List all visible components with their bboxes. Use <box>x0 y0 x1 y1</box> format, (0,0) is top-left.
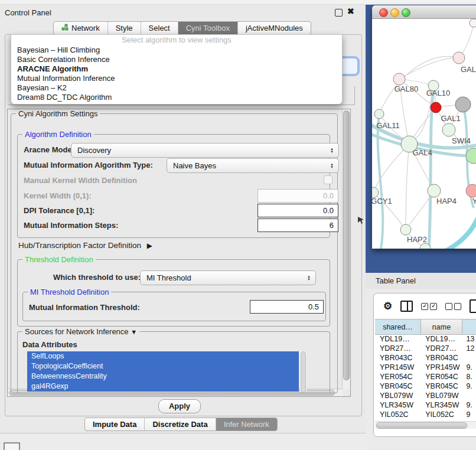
close-window-icon[interactable] <box>379 8 388 17</box>
float-panel-icon[interactable] <box>335 9 343 17</box>
column-header-partial[interactable] <box>462 319 476 334</box>
sources-expanded-arrow-icon[interactable]: ▼ <box>131 328 137 335</box>
group-title: Sources for Network Inference ▼ <box>22 327 139 337</box>
columns-icon[interactable] <box>400 301 413 312</box>
network-node[interactable] <box>453 52 465 64</box>
mi-steps-input[interactable]: 6 <box>257 219 338 232</box>
mi-threshold-input[interactable]: 0.5 <box>250 300 324 314</box>
list-item[interactable]: TopologicalCoefficient <box>27 361 299 371</box>
combo-stepper-icon: ▲▼ <box>304 275 315 281</box>
select-all-checkboxes-icon[interactable]: ✓ ✓ <box>421 303 437 310</box>
zoom-window-icon[interactable] <box>402 8 410 17</box>
table-row[interactable]: YLR345WYLR345W9. <box>375 400 476 410</box>
group-title: Cyni Algorithm Settings <box>16 109 100 118</box>
hidden-groupbox-edge-vertical <box>354 86 355 105</box>
screen: { "window": { "title": "Control Panel" }… <box>0 0 476 450</box>
dpi-tolerance-input[interactable]: 0.0 <box>257 204 338 217</box>
manual-kernel-width-checkbox[interactable] <box>324 175 332 184</box>
table-panel-titlebar: Table Panel <box>366 273 476 289</box>
close-panel-icon[interactable]: ✖ <box>347 6 354 16</box>
document-icon[interactable] <box>470 299 476 313</box>
kernel-width-input[interactable]: 0.0 <box>257 189 338 203</box>
hidden-groupbox-edge <box>8 105 354 105</box>
node-label: GAL <box>461 65 476 74</box>
tab-discretize-data[interactable]: Discretize Data <box>145 418 216 431</box>
aracne-mode-combobox[interactable]: Discovery ▲▼ <box>71 143 339 158</box>
which-threshold-combobox[interactable]: MI Threshold ▲▼ <box>140 270 316 285</box>
tab-select[interactable]: Select <box>141 22 178 34</box>
table-row[interactable]: YBR043CYBR043C <box>375 353 476 363</box>
node-label: GAL1 <box>441 114 460 123</box>
network-node[interactable] <box>470 19 476 27</box>
algorithm-option-selected[interactable]: ARACNE Algorithm <box>11 64 342 74</box>
mi-threshold-label: Mutual Information Threshold: <box>29 303 140 312</box>
dropdown-prompt: Select algorithm to view settings <box>11 35 342 45</box>
table-row[interactable]: YPR145WYPR145W9. <box>375 363 476 372</box>
data-attributes-list: SelfLoops TopologicalCoefficient Between… <box>27 351 299 392</box>
table-row[interactable]: YDL19…YDL19…13 <box>375 334 476 344</box>
table-horizontal-scrollbar[interactable] <box>375 421 476 429</box>
column-header-name[interactable]: name <box>421 319 462 334</box>
tab-style[interactable]: Style <box>108 22 141 34</box>
tab-cyni-toolbox[interactable]: Cyni Toolbox <box>178 22 238 34</box>
kernel-width-label: Kernel Width (0,1): <box>24 191 92 200</box>
group-title: Threshold Definition <box>22 255 96 264</box>
mi-algorithm-type-combobox[interactable]: Naive Bayes ▲▼ <box>167 158 339 173</box>
algorithm-option[interactable]: Bayesian – Hill Climbing <box>11 45 342 55</box>
minimize-window-icon[interactable] <box>390 8 399 17</box>
network-canvas[interactable]: GAL GAL80 GAL10 GAL11 GAL1 SWI4 GAL4 GCY… <box>372 19 476 249</box>
network-node-pink[interactable] <box>466 184 476 197</box>
node-label: GAL11 <box>376 121 400 130</box>
column-header-shared[interactable]: shared… <box>375 319 421 334</box>
network-node-gray[interactable] <box>455 97 471 112</box>
mouse-cursor-icon <box>358 217 364 227</box>
combo-stepper-icon: ▲▼ <box>327 148 338 154</box>
table-row[interactable]: YBL079WYBL079W <box>375 391 476 400</box>
screen-top-strip <box>0 0 476 5</box>
table-row[interactable]: YDR27…YDR27…12 <box>375 344 476 353</box>
network-node-gal80[interactable] <box>393 73 405 85</box>
list-vertical-scrollbar[interactable] <box>300 351 307 392</box>
algorithm-option[interactable]: Bayesian – K2 <box>11 83 342 93</box>
network-node-hap4[interactable] <box>428 184 441 197</box>
table-panel-title: Table Panel <box>376 276 416 285</box>
network-window-titlebar[interactable] <box>372 5 476 19</box>
network-edge <box>399 58 459 79</box>
minimized-panel-chip[interactable] <box>4 442 20 450</box>
algorithm-option[interactable]: Dream8 DC_TDC Algorithm <box>11 93 342 102</box>
hub-collapsed-arrow-icon[interactable]: ▶ <box>147 242 152 250</box>
deselect-all-checkboxes-icon[interactable] <box>445 303 461 310</box>
combo-stepper-icon: ▲▼ <box>327 163 338 169</box>
node-label: HAP4 <box>436 197 457 206</box>
list-item[interactable]: BetweennessCentrality <box>27 371 299 381</box>
network-node-hap2[interactable] <box>400 224 411 235</box>
tab-jactivemnodules[interactable]: jActiveMNodules <box>238 22 311 34</box>
data-attributes-label: Data Attributes <box>22 340 77 349</box>
threshold-definition-group: Threshold Definition Which threshold to … <box>17 259 330 327</box>
algorithm-definition-group: Algorithm Definition Aracne Mode: Discov… <box>17 134 330 238</box>
apply-button[interactable]: Apply <box>158 399 201 413</box>
list-item[interactable]: gal4RGexp <box>27 381 299 392</box>
which-threshold-label: Which threshold to use: <box>53 273 141 282</box>
algorithm-option[interactable]: Mutual Information Inference <box>11 74 342 83</box>
tab-impute-data[interactable]: Impute Data <box>85 418 145 431</box>
mi-threshold-definition-group: MI Threshold Definition Mutual Informati… <box>22 292 326 321</box>
network-node-gal1[interactable] <box>442 123 455 136</box>
sources-group: Sources for Network Inference ▼ Data Att… <box>17 331 330 393</box>
aracne-mode-label: Aracne Mode: <box>24 145 74 154</box>
algorithm-option[interactable]: Basic Correlation Inference <box>11 55 342 64</box>
settings-vertical-scrollbar[interactable] <box>342 109 350 389</box>
bottom-tabbar: Impute Data Discretize Data Infer Networ… <box>84 418 278 431</box>
network-node-gal11[interactable] <box>374 109 384 119</box>
list-item[interactable]: SelfLoops <box>27 351 299 361</box>
table-row[interactable]: YER054CYER054C8. <box>375 372 476 381</box>
table-row[interactable]: YIL052CYIL052C9 <box>375 410 476 419</box>
tab-network[interactable]: Network <box>54 22 108 34</box>
group-title: Algorithm Definition <box>22 130 94 139</box>
network-node-selected-red[interactable] <box>431 102 441 113</box>
dpi-tolerance-label: DPI Tolerance [0,1]: <box>24 206 94 215</box>
network-edge <box>442 214 476 249</box>
gear-icon[interactable]: ⚙ <box>383 300 392 312</box>
tab-infer-network[interactable]: Infer Network <box>216 418 277 431</box>
table-row[interactable]: YBR045CYBR045C9. <box>375 381 476 391</box>
